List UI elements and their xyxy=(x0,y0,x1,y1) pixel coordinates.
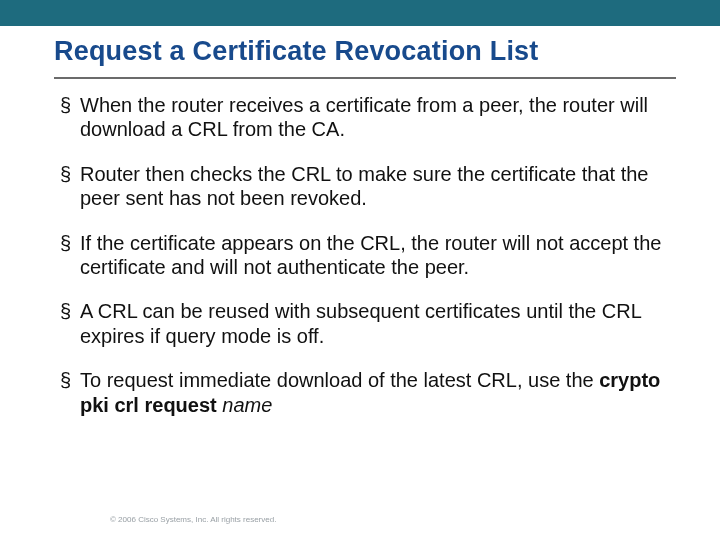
bullet-item: If the certificate appears on the CRL, t… xyxy=(60,231,672,280)
command-arg: name xyxy=(222,394,272,416)
bullet-text: A CRL can be reused with subsequent cert… xyxy=(80,300,641,346)
bullet-item: A CRL can be reused with subsequent cert… xyxy=(60,299,672,348)
bullet-item: To request immediate download of the lat… xyxy=(60,368,672,417)
slide: Request a Certificate Revocation List Wh… xyxy=(0,0,720,540)
footer: © 2006 Cisco Systems, Inc. All rights re… xyxy=(0,508,720,526)
bullet-text: If the certificate appears on the CRL, t… xyxy=(80,232,661,278)
top-bar xyxy=(0,0,720,26)
bullet-text: Router then checks the CRL to make sure … xyxy=(80,163,648,209)
bullet-list: When the router receives a certificate f… xyxy=(60,93,672,417)
bullet-item: When the router receives a certificate f… xyxy=(60,93,672,142)
bullet-item: Router then checks the CRL to make sure … xyxy=(60,162,672,211)
bullet-text: When the router receives a certificate f… xyxy=(80,94,648,140)
title-area: Request a Certificate Revocation List xyxy=(0,26,720,71)
slide-title: Request a Certificate Revocation List xyxy=(54,36,676,67)
copyright-text: © 2006 Cisco Systems, Inc. All rights re… xyxy=(110,515,276,524)
bullet-text: To request immediate download of the lat… xyxy=(80,369,599,391)
content-area: When the router receives a certificate f… xyxy=(0,79,720,417)
